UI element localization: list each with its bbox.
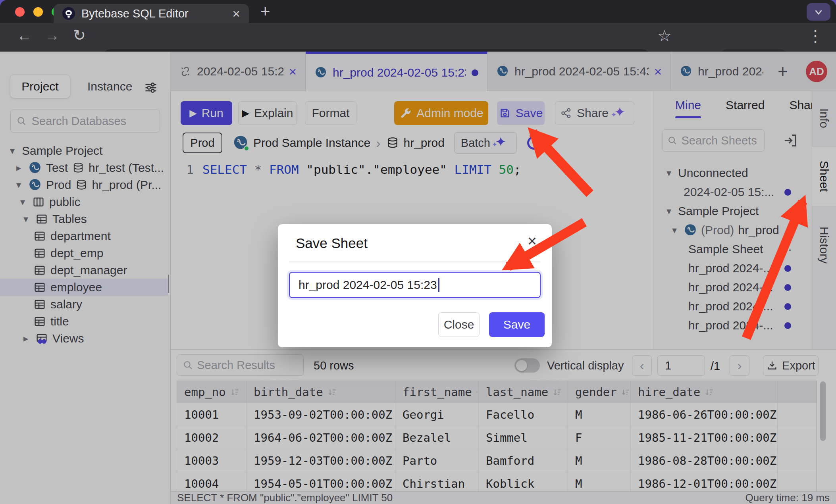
save-sheet-dialog: Save Sheet × hr_prod 2024-02-05 15:23 Cl… [278, 224, 552, 347]
minimize-window-button[interactable] [33, 7, 43, 17]
bytebase-app: Project Instance ▾ Sample Project ▸ Test [0, 52, 836, 504]
reload-button[interactable]: ↻ [73, 28, 86, 43]
dialog-divider [289, 262, 541, 262]
back-button[interactable]: ← [17, 28, 32, 43]
close-tab-icon[interactable]: × [232, 7, 240, 20]
bookmark-star-icon[interactable]: ☆ [657, 28, 672, 44]
dialog-close-icon[interactable]: × [528, 233, 537, 249]
dialog-save-button[interactable]: Save [489, 312, 545, 337]
browser-tab-title: Bytebase SQL Editor [81, 7, 226, 20]
dialog-title: Save Sheet [296, 235, 368, 251]
close-window-button[interactable] [15, 7, 25, 17]
browser-toolbar: ← → ↻ localhost:8080/sql-editor/prod-sam… [0, 23, 836, 52]
chevron-down-icon [813, 6, 824, 18]
browser-titlebar: Bytebase SQL Editor × + [0, 0, 836, 23]
dialog-close-button[interactable]: Close [438, 312, 480, 337]
screen: Bytebase SQL Editor × + ← → ↻ localhost:… [0, 0, 836, 504]
browser-tab[interactable]: Bytebase SQL Editor × [54, 4, 249, 23]
tab-search-button[interactable] [807, 3, 830, 21]
text-cursor [438, 278, 439, 292]
bytebase-favicon-icon [62, 7, 75, 20]
new-tab-button[interactable]: + [260, 3, 270, 20]
sheet-name-input[interactable]: hr_prod 2024-02-05 15:23 [289, 272, 541, 298]
browser-menu-icon[interactable]: ⋮ [807, 28, 823, 44]
browser-window: Bytebase SQL Editor × + ← → ↻ localhost:… [0, 0, 836, 504]
forward-button[interactable]: → [44, 28, 60, 43]
